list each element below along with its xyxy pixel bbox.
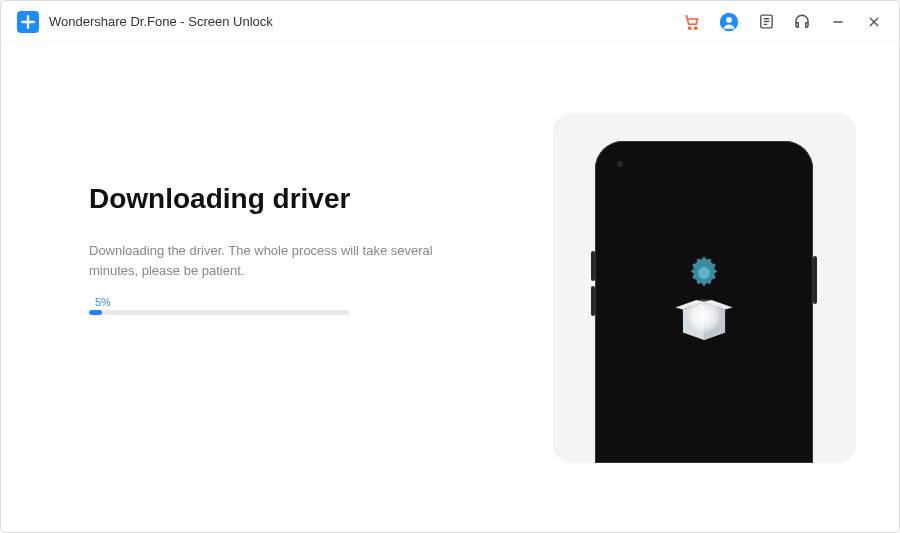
titlebar: Wondershare Dr.Fone - Screen Unlock [1, 1, 899, 43]
cart-icon[interactable] [683, 13, 701, 31]
progress-fill [89, 310, 102, 315]
app-logo-icon [17, 11, 39, 33]
page-subtext: Downloading the driver. The whole proces… [89, 241, 469, 280]
svg-point-3 [726, 17, 732, 23]
progress-bar [89, 310, 349, 315]
svg-point-1 [695, 26, 697, 28]
feedback-icon[interactable] [757, 13, 775, 31]
close-button[interactable] [865, 13, 883, 31]
svg-point-8 [698, 267, 710, 279]
device-illustration [553, 113, 856, 463]
phone-screen-content [664, 252, 744, 342]
minimize-button[interactable] [829, 13, 847, 31]
account-icon[interactable] [719, 12, 739, 32]
titlebar-controls [683, 12, 883, 32]
right-panel [549, 43, 899, 532]
phone-icon [595, 141, 813, 463]
main-content: Downloading driver Downloading the drive… [1, 43, 899, 532]
glow-icon [686, 298, 722, 334]
progress-percent-label: 5% [95, 296, 499, 308]
svg-point-0 [689, 26, 691, 28]
support-icon[interactable] [793, 13, 811, 31]
gear-icon [683, 252, 725, 294]
left-panel: Downloading driver Downloading the drive… [1, 43, 549, 532]
page-heading: Downloading driver [89, 183, 499, 215]
window-title: Wondershare Dr.Fone - Screen Unlock [49, 14, 273, 29]
